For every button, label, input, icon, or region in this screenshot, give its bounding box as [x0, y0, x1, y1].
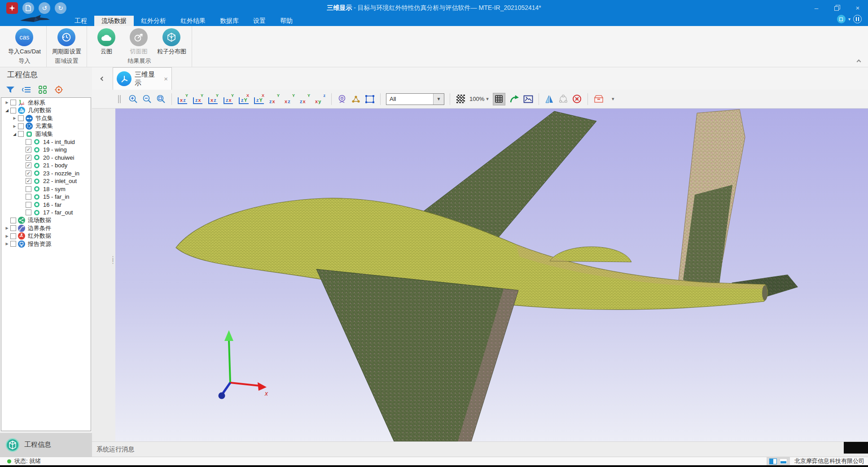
tab-close-icon[interactable]: ×: [164, 75, 168, 82]
menu-ir-results[interactable]: 红外结果: [173, 16, 213, 26]
ribbon-collapse-button[interactable]: [857, 59, 862, 63]
transparency-pattern-button[interactable]: [456, 92, 465, 106]
tree-item-3[interactable]: ▶元素集: [1, 122, 91, 131]
chevron-down-icon[interactable]: ▾: [848, 17, 850, 22]
tree-collapsed-icon[interactable]: ▶: [4, 100, 10, 105]
slice-view-button[interactable]: 切面图: [125, 28, 153, 56]
tree-checkbox[interactable]: [26, 202, 31, 208]
light-button[interactable]: [337, 92, 347, 106]
tree-checkbox[interactable]: [10, 108, 16, 113]
layout-bottom-icon[interactable]: [780, 458, 787, 464]
combo-dropdown-button[interactable]: ▼: [433, 94, 444, 105]
aircraft-model[interactable]: x: [115, 109, 868, 441]
node-display-button[interactable]: [351, 92, 361, 106]
view-right-button[interactable]: Yzx: [223, 92, 234, 106]
help-panel-button[interactable]: [853, 15, 862, 23]
view-back-button[interactable]: Yzx: [193, 92, 204, 106]
tree-checkbox[interactable]: [10, 225, 16, 231]
tree-item-6[interactable]: ✓19 - wing: [1, 146, 91, 154]
grid-view-icon[interactable]: [38, 85, 48, 95]
tab-3d-display[interactable]: 三维显示 ×: [113, 67, 172, 90]
layout-split-icon[interactable]: [769, 458, 777, 464]
tree-checkbox[interactable]: [26, 194, 31, 200]
view-top-button[interactable]: XzY: [238, 92, 250, 106]
import-casdat-button[interactable]: cas导入Cas/Dat: [8, 28, 41, 56]
particle-distribution-button[interactable]: 粒子分布图: [157, 28, 186, 56]
zoom-window-button[interactable]: [156, 92, 166, 106]
tree-item-16[interactable]: ▶边界条件: [1, 224, 91, 232]
tree-collapsed-icon[interactable]: ▶: [12, 116, 18, 120]
save-scene-button[interactable]: [593, 92, 604, 106]
panel-splitter[interactable]: ⋮⋮: [92, 109, 115, 441]
zoom-out-button[interactable]: [142, 92, 152, 106]
tree-expanded-icon[interactable]: ◢: [12, 132, 18, 136]
tree-item-12[interactable]: 15 - far_in: [1, 193, 91, 201]
tree-item-4[interactable]: ◢面域集: [1, 130, 91, 138]
tree-item-15[interactable]: 流场数据: [1, 217, 91, 225]
menu-engineering[interactable]: 工程: [67, 16, 94, 26]
menu-flow-data[interactable]: 流场数据: [94, 16, 134, 26]
view-iso-1-button[interactable]: Yzx: [269, 92, 280, 106]
project-info-bottom-button[interactable]: 工程信息: [0, 433, 92, 457]
mirror-button[interactable]: [544, 92, 554, 106]
tree-item-18[interactable]: ▶报告资源: [1, 240, 91, 248]
minimize-button[interactable]: –: [806, 0, 827, 16]
tree-checkbox[interactable]: [18, 131, 24, 137]
tree-item-11[interactable]: 18 - sym: [1, 185, 91, 193]
tree-checkbox[interactable]: ✓: [26, 155, 31, 161]
zoom-in-button[interactable]: [128, 92, 138, 106]
tree-checkbox[interactable]: [10, 100, 16, 105]
region-select-button[interactable]: [365, 92, 375, 106]
tree-checkbox[interactable]: [26, 209, 31, 215]
tree-item-13[interactable]: 16 - far: [1, 201, 91, 209]
view-iso-2-button[interactable]: Yxz: [284, 92, 295, 106]
tree-item-14[interactable]: 17 - far_out: [1, 209, 91, 217]
view-iso-4-button[interactable]: zxy: [315, 92, 326, 106]
tree-item-0[interactable]: ▶Yxz坐标系: [1, 99, 91, 107]
group-display-button[interactable]: [558, 92, 568, 106]
tree-item-17[interactable]: ▶红外数据: [1, 232, 91, 240]
mesh-display-button[interactable]: [493, 93, 505, 105]
filter-icon[interactable]: [5, 85, 15, 95]
panel-collapse-button[interactable]: [98, 67, 106, 90]
tree-item-9[interactable]: ✓23 - nozzle_in: [1, 170, 91, 178]
tree-item-7[interactable]: ✓20 - chuiwei: [1, 154, 91, 162]
tree-item-1[interactable]: ◢几何数据: [1, 107, 91, 115]
tree-collapsed-icon[interactable]: ▶: [4, 226, 10, 230]
restore-button[interactable]: [827, 0, 847, 16]
menu-ir-analysis[interactable]: 红外分析: [134, 16, 173, 26]
tree-checkbox[interactable]: ✓: [26, 162, 31, 168]
tree-checkbox[interactable]: [26, 186, 31, 192]
tree-collapsed-icon[interactable]: ▶: [12, 124, 18, 128]
toolbar-drag-handle[interactable]: [114, 92, 124, 106]
tree-item-5[interactable]: 14 - int_fluid: [1, 138, 91, 146]
tree-checkbox[interactable]: [26, 139, 31, 145]
tree-item-8[interactable]: ✓21 - body: [1, 161, 91, 170]
collapse-list-icon[interactable]: [22, 85, 31, 95]
tree-checkbox[interactable]: [10, 233, 16, 239]
save-options-caret[interactable]: ▾: [608, 92, 618, 106]
tree-checkbox[interactable]: [18, 115, 24, 121]
view-iso-3-button[interactable]: Yzx: [299, 92, 311, 106]
menu-database[interactable]: 数据库: [213, 16, 246, 26]
clear-view-button[interactable]: [572, 92, 582, 106]
theme-button[interactable]: [837, 15, 846, 23]
tree-checkbox[interactable]: [10, 218, 16, 223]
tree-item-10[interactable]: ✓22 - inlet_out: [1, 177, 91, 185]
zoom-level-dropdown[interactable]: 100%▾: [469, 92, 489, 106]
close-button[interactable]: ×: [847, 0, 868, 16]
viewport-3d[interactable]: x: [115, 109, 868, 441]
tree-collapsed-icon[interactable]: ▶: [4, 234, 10, 238]
view-left-button[interactable]: Yxz: [208, 92, 219, 106]
tree-checkbox[interactable]: ✓: [26, 170, 31, 176]
cloud-contour-button[interactable]: 云图: [92, 28, 120, 56]
tree-checkbox[interactable]: [10, 241, 16, 247]
tree-checkbox[interactable]: [18, 123, 24, 129]
view-bottom-button[interactable]: XzY: [254, 92, 265, 106]
menu-help[interactable]: 帮助: [273, 16, 300, 26]
screenshot-button[interactable]: [523, 92, 533, 106]
tree-checkbox[interactable]: ✓: [26, 178, 31, 184]
tree-item-2[interactable]: ▶节点集: [1, 114, 91, 122]
menu-settings[interactable]: 设置: [246, 16, 273, 26]
display-filter-combobox[interactable]: All▼: [386, 93, 444, 105]
